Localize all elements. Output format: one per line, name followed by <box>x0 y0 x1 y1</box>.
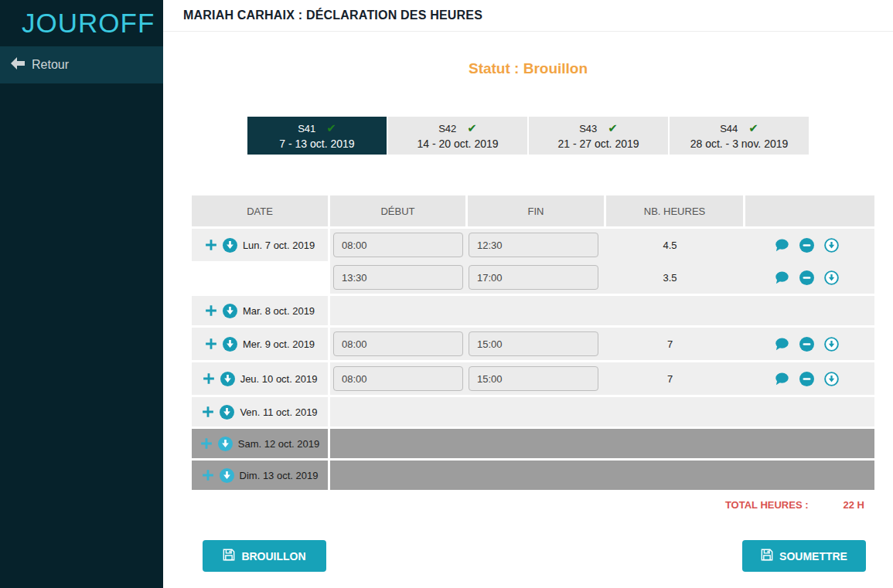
end-time-input[interactable] <box>469 265 598 290</box>
entry-actions <box>738 238 874 253</box>
draft-button[interactable]: BROUILLON <box>203 540 326 572</box>
end-time-input[interactable] <box>469 331 598 356</box>
total-hours: TOTAL HEURES : 22 H <box>163 499 864 511</box>
total-label: TOTAL HEURES : <box>725 499 809 511</box>
add-entry-button[interactable] <box>205 239 217 251</box>
arrow-down-circle-outline-icon <box>824 238 839 253</box>
plus-icon <box>205 338 217 350</box>
expand-day-button[interactable] <box>220 405 234 420</box>
submit-button[interactable]: SOUMETTRE <box>742 540 866 572</box>
remove-entry-button[interactable] <box>799 238 814 253</box>
table-header: DATE DÉBUT FIN NB. HEURES <box>192 195 874 226</box>
minus-circle-icon <box>799 270 814 285</box>
end-cell <box>465 233 602 257</box>
end-time-input[interactable] <box>469 233 598 257</box>
start-time-input[interactable] <box>333 331 463 356</box>
hours-table: DATE DÉBUT FIN NB. HEURES Lun. 7 oct. 20… <box>192 195 874 490</box>
tab-week-s42[interactable]: S42✔ 14 - 20 oct. 2019 <box>388 117 527 155</box>
download-entry-button[interactable] <box>824 238 839 253</box>
start-time-input[interactable] <box>333 366 463 391</box>
comment-bubble-icon <box>774 337 789 352</box>
remove-entry-button[interactable] <box>799 372 814 386</box>
comment-bubble-icon <box>774 270 789 285</box>
week-code: S41 <box>298 123 315 134</box>
download-entry-button[interactable] <box>824 337 839 352</box>
date-cell: Ven. 11 oct. 2019 <box>192 397 328 427</box>
day-entries <box>330 397 874 427</box>
time-entry-row: 3.5 <box>330 261 874 294</box>
status-label: Statut : Brouillon <box>163 60 893 77</box>
back-label: Retour <box>32 58 69 72</box>
day-label: Jeu. 10 oct. 2019 <box>240 373 318 385</box>
day-entries <box>330 296 874 325</box>
comment-button[interactable] <box>774 337 789 352</box>
end-cell <box>465 331 602 356</box>
tab-week-s43[interactable]: S43✔ 21 - 27 oct. 2019 <box>529 117 668 155</box>
remove-entry-button[interactable] <box>799 270 814 285</box>
hours-value: 3.5 <box>602 272 738 284</box>
table-row: Sam. 12 oct. 2019 <box>192 429 874 458</box>
check-icon: ✔ <box>608 121 618 135</box>
page-title: MARIAH CARHAIX : DÉCLARATION DES HEURES <box>183 8 482 22</box>
submit-button-label: SOUMETTRE <box>779 550 847 563</box>
remove-entry-button[interactable] <box>799 337 814 352</box>
day-label: Ven. 11 oct. 2019 <box>240 406 317 418</box>
comment-button[interactable] <box>774 238 789 253</box>
download-entry-button[interactable] <box>824 270 839 285</box>
back-button[interactable]: Retour <box>0 46 163 83</box>
table-row: Ven. 11 oct. 2019 <box>192 397 874 427</box>
expand-day-button[interactable] <box>220 468 234 483</box>
day-entries: 7 <box>330 328 874 360</box>
action-buttons: BROUILLON SOUMETTRE <box>203 540 866 572</box>
expand-day-button[interactable] <box>223 238 237 253</box>
col-header-date: DATE <box>192 195 328 226</box>
day-entries <box>330 461 874 490</box>
table-row: Lun. 7 oct. 20194.53.5 <box>192 229 874 294</box>
start-time-input[interactable] <box>333 233 463 257</box>
add-entry-button[interactable] <box>202 469 214 481</box>
time-entry-row: 7 <box>330 328 874 360</box>
plus-icon <box>203 372 215 385</box>
minus-circle-icon <box>799 337 814 352</box>
week-tabs: S41✔ 7 - 13 oct. 2019 S42✔ 14 - 20 oct. … <box>163 117 893 155</box>
end-time-input[interactable] <box>469 366 598 391</box>
expand-day-button[interactable] <box>220 372 235 386</box>
comment-button[interactable] <box>774 372 789 386</box>
add-entry-button[interactable] <box>202 406 214 418</box>
date-cell: Lun. 7 oct. 2019 <box>192 229 328 261</box>
arrow-down-circle-outline-icon <box>824 337 839 352</box>
arrow-down-circle-outline-icon <box>824 372 839 386</box>
date-cell: Jeu. 10 oct. 2019 <box>192 362 328 395</box>
arrow-down-circle-solid-icon <box>223 304 237 318</box>
add-entry-button[interactable] <box>200 437 213 450</box>
day-entries: 4.53.5 <box>330 229 874 294</box>
add-entry-button[interactable] <box>203 372 215 385</box>
check-icon: ✔ <box>326 121 336 135</box>
start-cell <box>330 331 465 356</box>
week-code: S43 <box>579 123 597 134</box>
tab-week-s44[interactable]: S44✔ 28 oct. - 3 nov. 2019 <box>670 117 809 155</box>
week-code: S42 <box>438 123 456 134</box>
add-entry-button[interactable] <box>205 304 217 317</box>
expand-day-button[interactable] <box>223 304 237 318</box>
time-entry-row: 4.5 <box>330 229 874 261</box>
check-icon: ✔ <box>467 121 477 135</box>
start-time-input[interactable] <box>333 265 463 290</box>
tab-week-s41[interactable]: S41✔ 7 - 13 oct. 2019 <box>247 117 387 155</box>
col-header-actions <box>745 195 874 226</box>
week-range: 7 - 13 oct. 2019 <box>279 138 354 150</box>
expand-day-button[interactable] <box>218 437 233 451</box>
table-row: Dim. 13 oct. 2019 <box>192 461 874 490</box>
floppy-disk-icon <box>223 549 235 563</box>
comment-button[interactable] <box>774 270 789 285</box>
download-entry-button[interactable] <box>824 372 839 386</box>
day-label: Dim. 13 oct. 2019 <box>240 470 319 481</box>
arrow-down-circle-solid-icon <box>223 238 237 253</box>
minus-circle-icon <box>799 372 814 386</box>
arrow-down-circle-solid-icon <box>220 405 234 420</box>
date-cell: Mer. 9 oct. 2019 <box>192 328 328 360</box>
hours-value: 7 <box>602 338 738 350</box>
plus-icon <box>202 469 214 481</box>
expand-day-button[interactable] <box>223 337 237 352</box>
add-entry-button[interactable] <box>205 338 217 350</box>
